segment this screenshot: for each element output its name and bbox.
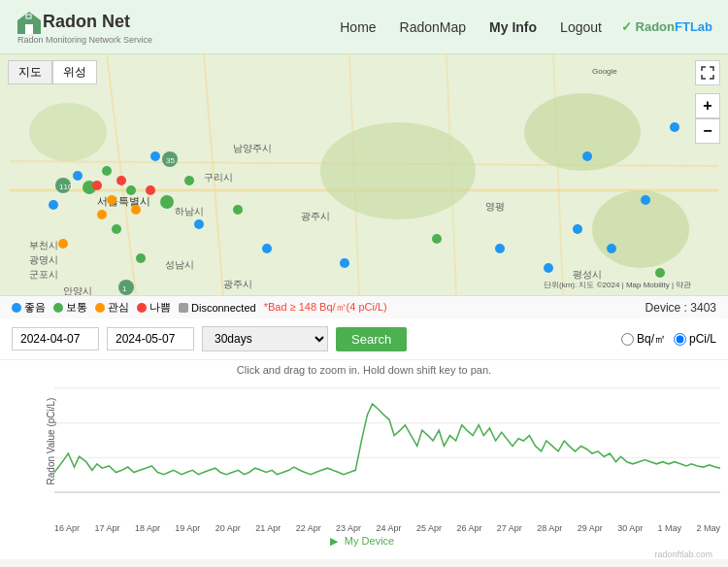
svg-rect-1	[25, 24, 33, 34]
svg-text:구리시: 구리시	[204, 172, 233, 183]
map-dot[interactable]	[49, 200, 58, 210]
chart-legend-label: My Device	[345, 535, 394, 547]
map-dot[interactable]	[126, 185, 136, 195]
tab-satellite[interactable]: 위성	[52, 60, 97, 84]
svg-text:광주시: 광주시	[223, 279, 252, 289]
legend-items: 좋음 보통 관심 나쁨 Disconnected *Bad ≥ 148 Bq/㎥…	[12, 300, 387, 315]
date-to-input[interactable]	[107, 327, 194, 350]
map-tabs: 지도 위성	[8, 60, 97, 84]
nav-logout[interactable]: Logout	[560, 19, 602, 35]
nav-radonmap[interactable]: RadonMap	[400, 19, 467, 35]
unit-bq-radio[interactable]	[621, 333, 634, 346]
map-dot[interactable]	[116, 176, 126, 185]
map-dot[interactable]	[73, 171, 83, 181]
svg-text:35: 35	[166, 156, 175, 165]
map-dot[interactable]	[432, 234, 442, 244]
x-label: 16 Apr	[54, 523, 80, 533]
y-axis-label: Radon Value (pCi/L)	[46, 398, 56, 485]
map-dot[interactable]	[582, 151, 592, 161]
map-dot[interactable]	[495, 244, 505, 253]
zoom-controls: + −	[695, 93, 720, 144]
nav-myinfo[interactable]: My Info	[489, 19, 537, 35]
device-info: Device : 3403	[645, 301, 716, 315]
x-label: 23 Apr	[336, 523, 361, 533]
map-dot[interactable]	[194, 219, 204, 229]
map-dot[interactable]	[136, 253, 146, 263]
svg-text:광주시: 광주시	[301, 211, 330, 221]
x-label: 29 Apr	[578, 523, 603, 533]
unit-pci-option[interactable]: pCi/L	[674, 332, 716, 346]
legend-label-bad: 나쁨	[149, 300, 171, 315]
unit-bq-option[interactable]: Bq/㎡	[621, 331, 666, 348]
x-label: 27 Apr	[497, 523, 522, 533]
map-dot[interactable]	[58, 239, 68, 249]
x-label: 22 Apr	[296, 523, 321, 533]
legend-bad-note: *Bad ≥ 148 Bq/㎥(4 pCi/L)	[264, 300, 387, 315]
map-dot[interactable]	[146, 185, 155, 195]
legend-normal: 보통	[53, 300, 87, 315]
legend-label-normal: 보통	[66, 300, 87, 315]
map-dot[interactable]	[607, 244, 616, 253]
map-dot[interactable]	[573, 224, 582, 234]
chart-container: Radon Value (pCi/L) 3 2 1 0	[8, 378, 720, 523]
map-dot[interactable]	[670, 122, 679, 132]
legend-attention: 관심	[95, 300, 129, 315]
map-dot[interactable]	[184, 176, 194, 185]
x-label: 24 Apr	[377, 523, 402, 533]
map-dot[interactable]	[655, 268, 665, 278]
chart-legend-icon: ▶	[330, 535, 338, 547]
map-dot[interactable]	[102, 166, 112, 176]
logo-title: Radon Net	[43, 12, 130, 32]
app-header: Radon Net Radon Monitoring Network Servi…	[0, 0, 728, 54]
svg-point-14	[29, 103, 107, 161]
main-nav: Home RadonMap My Info Logout	[340, 19, 602, 35]
x-axis-labels: 16 Apr 17 Apr 18 Apr 19 Apr 20 Apr 21 Ap…	[8, 523, 720, 533]
map-dot[interactable]	[112, 224, 121, 234]
map-container[interactable]: 지도 위성 + − 서울특별시 부천시 군포시	[0, 54, 728, 295]
legend-dot-bad	[137, 303, 147, 313]
map-dot[interactable]	[107, 195, 116, 205]
legend-dot-normal	[53, 303, 63, 313]
svg-point-11	[320, 122, 476, 219]
map-dot[interactable]	[97, 210, 107, 219]
svg-text:평성시: 평성시	[573, 269, 602, 280]
map-dot[interactable]	[150, 151, 160, 161]
brand-logo: ✓ RadonFTLab	[621, 19, 712, 34]
map-dot[interactable]	[131, 205, 141, 215]
map-dot[interactable]	[92, 181, 102, 190]
watermark: radonftlab.com	[8, 550, 720, 559]
map-dot[interactable]	[262, 244, 272, 253]
unit-options: Bq/㎡ pCi/L	[621, 331, 716, 348]
map-dot[interactable]	[641, 195, 650, 205]
svg-text:단위(km): 지도 ©2024 | Map Mobilit: 단위(km): 지도 ©2024 | Map Mobility | 약관	[544, 281, 691, 289]
map-expand-button[interactable]	[695, 60, 720, 85]
x-label: 21 Apr	[255, 523, 281, 533]
x-label: 2 May	[696, 523, 720, 533]
tab-map[interactable]: 지도	[8, 60, 52, 84]
zoom-out-button[interactable]: −	[695, 118, 720, 144]
svg-text:부천시: 부천시	[29, 240, 58, 250]
date-from-input[interactable]	[12, 327, 99, 350]
zoom-in-button[interactable]: +	[695, 93, 720, 118]
chart-svg: 3 2 1 0	[54, 378, 720, 504]
x-label: 30 Apr	[617, 523, 643, 533]
map-dot[interactable]	[340, 258, 349, 268]
search-button[interactable]: Search	[336, 327, 407, 351]
nav-home[interactable]: Home	[340, 19, 376, 35]
chart-area: Click and drag to zoom in. Hold down shi…	[0, 360, 728, 559]
legend-label-disconnected: Disconnected	[191, 302, 256, 314]
period-select[interactable]: 30days 7days 15days 60days 90days	[202, 326, 328, 351]
svg-text:남양주시: 남양주시	[233, 143, 272, 153]
unit-pci-radio[interactable]	[674, 333, 686, 346]
svg-text:Google: Google	[592, 67, 617, 76]
map-dot[interactable]	[233, 205, 243, 215]
unit-pci-label: pCi/L	[689, 332, 716, 346]
logo-subtitle: Radon Monitoring Network Service	[17, 35, 152, 45]
legend-dot-disconnected	[179, 303, 188, 313]
map-dot[interactable]	[544, 263, 553, 273]
map-dot[interactable]	[160, 195, 174, 209]
chart-legend: ▶ My Device	[8, 533, 720, 550]
chart-hint: Click and drag to zoom in. Hold down shi…	[8, 364, 720, 376]
x-label: 1 May	[658, 523, 682, 533]
x-label: 20 Apr	[215, 523, 241, 533]
